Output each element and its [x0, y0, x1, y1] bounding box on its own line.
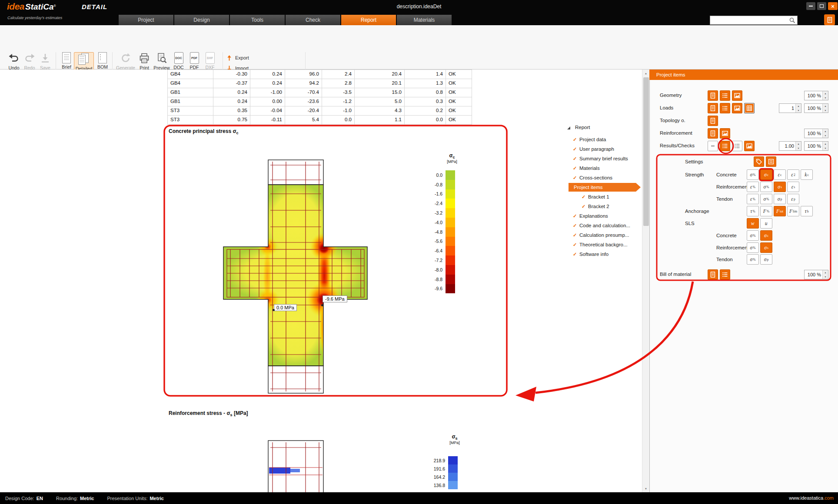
checkbox-checked-icon[interactable]: ✓	[582, 204, 588, 209]
search-icon[interactable]	[789, 17, 796, 26]
spinner-down-icon[interactable]: ▼	[823, 146, 828, 150]
spinner-up-icon[interactable]: ▲	[823, 91, 828, 96]
tree-item[interactable]: ✓ Project data	[565, 135, 643, 144]
result-type-toggle[interactable]: σ%	[747, 242, 759, 253]
tree-expander-icon[interactable]	[567, 126, 570, 129]
tree-item[interactable]: ✓ Bracket 2	[565, 202, 643, 211]
result-type-toggle[interactable]: εs	[787, 182, 799, 192]
scrollbar-thumb[interactable]	[643, 77, 649, 226]
reinforcement-picture-toggle[interactable]	[720, 128, 730, 139]
bom-report-button[interactable]: BOM	[93, 52, 112, 70]
scroll-down-button[interactable]: ▼	[642, 485, 649, 492]
checkbox-checked-icon[interactable]: ✓	[573, 213, 579, 219]
results-scale-spinner[interactable]: 100 % ▲▼	[804, 141, 828, 151]
spinner-up-icon[interactable]: ▲	[796, 142, 801, 146]
checkbox-checked-icon[interactable]: ✓	[582, 194, 588, 200]
result-type-toggle[interactable]: kc	[801, 169, 813, 180]
loads-report-toggle[interactable]	[708, 103, 718, 113]
bom-report-toggle[interactable]	[708, 269, 718, 280]
checkbox-checked-icon[interactable]: ✓	[573, 232, 579, 238]
loads-picture-toggle[interactable]	[732, 103, 742, 113]
result-type-toggle[interactable]: σ%	[747, 169, 759, 180]
checkbox-checked-icon[interactable]: ✓	[573, 166, 579, 171]
result-type-toggle[interactable]: σs	[774, 182, 786, 192]
spinner-down-icon[interactable]: ▼	[796, 108, 801, 113]
tree-item[interactable]: ✓ Summary brief results	[565, 154, 643, 163]
results-picture-toggle[interactable]	[744, 141, 755, 151]
spinner-down-icon[interactable]: ▼	[823, 96, 828, 100]
spinner-up-icon[interactable]: ▲	[796, 104, 801, 108]
menu-tab[interactable]: Design	[174, 15, 229, 25]
tree-item[interactable]: ✓ Calculation presump...	[565, 230, 643, 240]
result-type-toggle[interactable]: ε%	[747, 182, 759, 192]
search-input[interactable]	[713, 18, 788, 23]
menu-tab[interactable]: Report	[341, 15, 396, 25]
spinner-down-icon[interactable]: ▼	[823, 133, 828, 138]
tree-item[interactable]: ✓ Cross-sections	[565, 173, 643, 182]
generate-button[interactable]: Generate	[114, 52, 137, 70]
checkbox-checked-icon[interactable]: ✓	[573, 137, 579, 143]
result-type-toggle[interactable]: w	[747, 218, 759, 229]
results-table-toggle[interactable]	[720, 141, 730, 151]
menu-tab[interactable]: Check	[286, 15, 340, 25]
result-type-toggle[interactable]: σp	[760, 254, 772, 265]
result-type-toggle[interactable]: σp	[774, 194, 786, 204]
results-list-toggle[interactable]	[732, 141, 742, 151]
result-type-toggle[interactable]: Ftot	[774, 206, 786, 216]
spinner-up-icon[interactable]: ▲	[823, 129, 828, 133]
checkbox-checked-icon[interactable]: ✓	[573, 252, 579, 257]
result-type-toggle[interactable]: σ%	[760, 182, 772, 192]
result-type-toggle[interactable]: F%	[760, 206, 772, 216]
loads-count-spinner[interactable]: 1 ▲▼	[779, 103, 801, 113]
geometry-table-toggle[interactable]	[720, 90, 730, 101]
spinner-down-icon[interactable]: ▼	[796, 146, 801, 150]
checkbox-checked-icon[interactable]: ✓	[573, 156, 579, 162]
spinner-up-icon[interactable]: ▲	[823, 270, 828, 275]
result-type-toggle[interactable]: σ%	[760, 194, 772, 204]
tree-item[interactable]: ✓ Bracket 1	[565, 192, 643, 202]
result-type-toggle[interactable]: σc	[760, 169, 772, 180]
loads-grid-toggle[interactable]	[744, 103, 755, 113]
settings-form-toggle[interactable]	[766, 156, 776, 167]
scroll-up-button[interactable]: ▲	[642, 70, 649, 77]
result-type-toggle[interactable]: τb	[801, 206, 813, 216]
spinner-down-icon[interactable]: ▼	[823, 275, 828, 279]
detailed-report-button[interactable]: Detailed	[74, 52, 94, 72]
geometry-scale-spinner[interactable]: 100 % ▲▼	[804, 91, 828, 100]
tree-item[interactable]: ✓ Materials	[565, 163, 643, 173]
settings-tag-toggle[interactable]	[754, 156, 764, 167]
checkbox-checked-icon[interactable]: ✓	[573, 146, 579, 152]
bom-scale-spinner[interactable]: 100 % ▲▼	[804, 270, 828, 279]
result-type-toggle[interactable]: εp	[787, 194, 799, 204]
close-button[interactable]: ×	[828, 2, 838, 10]
spinner-up-icon[interactable]: ▲	[823, 104, 828, 108]
export-doc-button[interactable]: DOC DOC	[170, 52, 187, 70]
result-type-toggle[interactable]: σ%	[747, 254, 759, 265]
save-button[interactable]: Save	[36, 52, 55, 70]
geometry-report-toggle[interactable]	[708, 90, 718, 101]
maximize-button[interactable]	[817, 2, 826, 10]
vertical-scrollbar[interactable]: ▲ ▼	[642, 70, 649, 492]
spinner-up-icon[interactable]: ▲	[823, 142, 828, 146]
export-dxf-button[interactable]: DXF DXF	[201, 52, 219, 70]
menu-tab[interactable]: Project	[119, 15, 173, 25]
print-button[interactable]: Print	[135, 52, 154, 70]
result-type-toggle[interactable]: σ%	[747, 230, 759, 241]
result-type-toggle[interactable]: u	[760, 218, 772, 229]
result-type-toggle[interactable]: σc	[760, 230, 772, 241]
result-type-toggle[interactable]: σs	[760, 242, 772, 253]
tree-item[interactable]: ✓ Code and calculation...	[565, 221, 643, 230]
export-pdf-button[interactable]: PDF PDF	[186, 52, 203, 70]
checkbox-checked-icon[interactable]: ✓	[573, 223, 579, 229]
brief-report-button[interactable]: Brief	[57, 52, 76, 70]
tree-item[interactable]: ✓ Project items	[569, 183, 641, 192]
bom-table-toggle[interactable]	[720, 269, 730, 280]
tree-item[interactable]: ✓ Theoretical backgro...	[565, 240, 643, 249]
license-info-button[interactable]	[824, 14, 835, 25]
spinner-down-icon[interactable]: ▼	[823, 108, 828, 113]
menu-tab[interactable]: Tools	[230, 15, 285, 25]
result-type-toggle[interactable]: Flim	[787, 206, 799, 216]
export-settings-button[interactable]: Export	[226, 54, 249, 62]
tree-item[interactable]: ✓ Software info	[565, 249, 643, 259]
result-type-toggle[interactable]: εc	[774, 169, 786, 180]
